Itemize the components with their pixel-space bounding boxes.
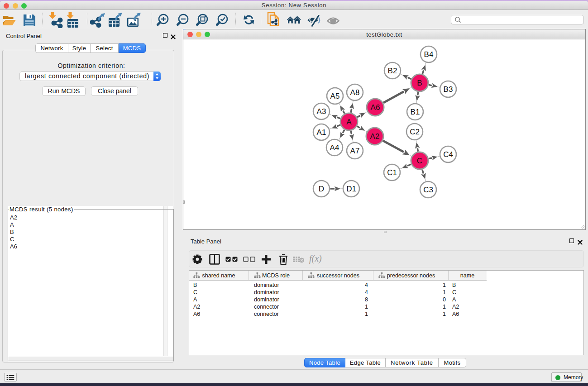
svg-text:A5: A5 (330, 92, 340, 100)
svg-text:B: B (417, 79, 422, 87)
svg-text:A1: A1 (317, 128, 326, 137)
svg-text:A: A (346, 118, 352, 126)
svg-text:C1: C1 (387, 168, 397, 177)
svg-text:C4: C4 (443, 150, 453, 159)
svg-text:A2: A2 (370, 132, 380, 141)
svg-text:B2: B2 (388, 67, 397, 75)
svg-text:A8: A8 (350, 88, 360, 97)
svg-text:C3: C3 (423, 186, 433, 194)
svg-text:B3: B3 (444, 85, 453, 94)
svg-text:A4: A4 (330, 143, 339, 152)
svg-text:D1: D1 (346, 185, 356, 193)
svg-text:A7: A7 (350, 147, 360, 155)
svg-text:A6: A6 (371, 103, 380, 112)
svg-text:B1: B1 (411, 108, 420, 116)
svg-text:C2: C2 (410, 128, 420, 136)
svg-text:B4: B4 (424, 50, 434, 59)
svg-text:C: C (417, 157, 422, 165)
svg-text:D: D (319, 185, 324, 193)
svg-text:A3: A3 (317, 107, 326, 116)
